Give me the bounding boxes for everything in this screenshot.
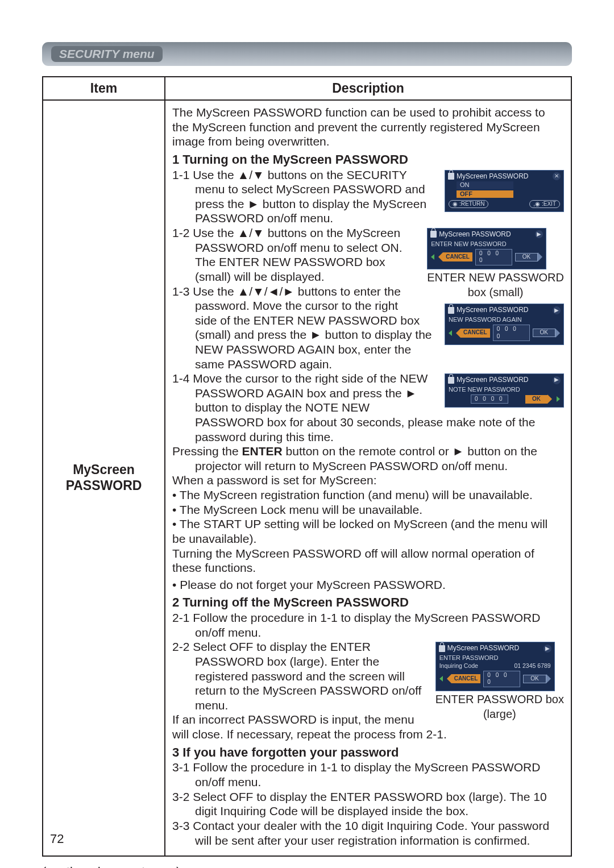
dont-forget: • Please do not forget your MyScreen PAS…	[172, 578, 564, 592]
when-set: When a password is set for MyScreen:	[172, 473, 564, 488]
dlg5-sub: ENTER PASSWORD	[439, 654, 551, 662]
lock-icon	[430, 231, 437, 238]
lock-icon	[448, 173, 454, 180]
right-icon: ▶	[544, 645, 551, 653]
col-item-head: Item	[43, 77, 165, 100]
section3-heading: 3 If you have forgotten your password	[172, 745, 564, 761]
right-arrow-icon	[557, 396, 560, 402]
lock-icon	[448, 307, 454, 314]
right-icon: ▶	[553, 376, 561, 384]
lock-icon	[448, 377, 454, 384]
dlg3-sub: NEW PASSWORD AGAIN	[449, 316, 560, 323]
dialog-onoff: MyScreen PASSWORD ✕ ON OFF ◉:RETURN ,◉:E…	[445, 170, 564, 213]
right-icon: ▶	[553, 306, 561, 314]
item-name: MyScreen PASSWORD	[43, 100, 165, 856]
ok-button: OK	[523, 674, 550, 683]
dlg4-title: MyScreen PASSWORD	[457, 376, 528, 384]
bullet-2: • The MyScreen Lock menu will be unavail…	[172, 502, 564, 517]
ok-button: OK	[525, 394, 552, 404]
bullet-3: • The START UP setting will be locked on…	[172, 517, 564, 546]
cancel-button: CANCEL	[456, 329, 490, 338]
step-3-1: 3-1 Follow the procedure in 1-1 to displ…	[172, 760, 564, 789]
off-allows: Turning the MyScreen PASSWORD off will a…	[172, 546, 564, 575]
opt-on: ON	[457, 181, 513, 189]
pin-box: 0 0 0 0	[475, 249, 512, 265]
pressing-enter: Pressing the ENTER button on the remote …	[172, 444, 564, 473]
opt-off: OFF	[457, 190, 513, 198]
cancel-button: CANCEL	[447, 674, 481, 683]
step-3-2: 3-2 Select OFF to display the ENTER PASS…	[172, 790, 564, 819]
dlg4-sub: NOTE NEW PASSWORD	[449, 386, 560, 393]
pin-box: 0 0 0 0	[483, 671, 520, 687]
bullet-1: • The MyScreen registration function (an…	[172, 488, 564, 502]
dlg2-title: MyScreen PASSWORD	[439, 230, 511, 239]
right-icon: ▶	[535, 230, 543, 238]
section1-heading: 1 Turning on the MyScreen PASSWORD	[172, 152, 564, 168]
dialog-note: MyScreen PASSWORD ▶ NOTE NEW PASSWORD 0 …	[445, 373, 564, 408]
page-number: 72	[50, 832, 64, 846]
dlg2-sub: ENTER NEW PASSWORD	[431, 240, 542, 248]
dlg5-title: MyScreen PASSWORD	[447, 644, 519, 653]
description-cell: The MyScreen PASSWORD function can be us…	[165, 100, 571, 856]
pin-box: 0 0 0 0	[471, 394, 508, 404]
item-name-line2: PASSWORD	[66, 478, 142, 493]
ok-button: OK	[533, 329, 560, 338]
left-arrow-icon	[431, 254, 434, 260]
pin-box: 0 0 0 0	[493, 325, 530, 340]
close-icon: ✕	[553, 172, 561, 180]
dlg5-caption2: (large)	[435, 707, 564, 721]
col-desc-head: Description	[165, 77, 571, 100]
left-arrow-icon	[439, 676, 443, 682]
section2-heading: 2 Turning off the MyScreen PASSWORD	[172, 595, 564, 610]
step-2-1: 2-1 Follow the procedure in 1-1 to displ…	[172, 610, 564, 639]
dlg5-caption1: ENTER PASSWORD box	[435, 692, 564, 706]
item-name-line1: MyScreen	[73, 462, 135, 477]
dlg3-title: MyScreen PASSWORD	[457, 306, 528, 314]
security-table: Item Description MyScreen PASSWORD The M…	[42, 76, 572, 857]
step-3-3: 3-3 Contact your dealer with the 10 digi…	[172, 819, 564, 848]
dlg2-caption1: ENTER NEW PASSWORD	[427, 271, 564, 284]
intro-text: The MyScreen PASSWORD function can be us…	[172, 105, 564, 149]
dialog-again: MyScreen PASSWORD ▶ NEW PASSWORD AGAIN C…	[445, 304, 564, 344]
dlg2-caption2: box (small)	[427, 285, 564, 299]
menu-title: SECURITY menu	[51, 46, 163, 62]
left-arrow-icon	[449, 330, 452, 336]
continued-note: (continued on next page)	[42, 865, 572, 868]
ok-button: OK	[515, 252, 542, 261]
lock-icon	[439, 645, 445, 652]
inquiring-code: 01 2345 6789	[514, 662, 550, 670]
return-button: ◉:RETURN	[449, 200, 488, 208]
dialog-enter-new: MyScreen PASSWORD ▶ ENTER NEW PASSWORD C…	[427, 228, 564, 299]
inquiring-label: Inquiring Code	[439, 662, 478, 670]
menu-header: SECURITY menu	[42, 42, 572, 66]
exit-button: ,◉:EXIT	[529, 200, 560, 208]
dialog-enter-large: MyScreen PASSWORD ▶ ENTER PASSWORD Inqui…	[435, 642, 564, 721]
cancel-button: CANCEL	[438, 252, 472, 261]
dlg1-title: MyScreen PASSWORD	[457, 172, 528, 181]
